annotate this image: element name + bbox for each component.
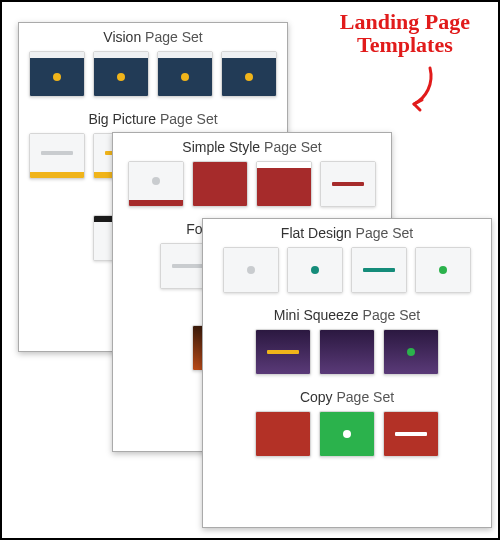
template-thumb[interactable] bbox=[383, 329, 439, 375]
template-thumb[interactable] bbox=[319, 329, 375, 375]
set-title-copy: Copy Page Set bbox=[203, 383, 491, 409]
set-title-vision: Vision Page Set bbox=[19, 23, 287, 49]
template-thumb[interactable] bbox=[223, 247, 279, 293]
set-title-bigpicture: Big Picture Page Set bbox=[19, 105, 287, 131]
template-thumb[interactable] bbox=[29, 51, 85, 97]
thumb-row bbox=[19, 49, 287, 105]
template-thumb[interactable] bbox=[192, 161, 248, 207]
template-thumb[interactable] bbox=[255, 411, 311, 457]
headline-line2: Templates bbox=[340, 33, 470, 56]
template-thumb[interactable] bbox=[383, 411, 439, 457]
template-thumb[interactable] bbox=[93, 51, 149, 97]
template-thumb[interactable] bbox=[128, 161, 184, 207]
template-thumb[interactable] bbox=[415, 247, 471, 293]
set-title-simple: Simple Style Page Set bbox=[113, 133, 391, 159]
template-thumb[interactable] bbox=[319, 411, 375, 457]
template-panel-front: Flat Design Page Set Mini Squeeze Page S… bbox=[202, 218, 492, 528]
thumb-row bbox=[203, 245, 491, 301]
template-thumb[interactable] bbox=[255, 329, 311, 375]
template-thumb[interactable] bbox=[287, 247, 343, 293]
template-thumb[interactable] bbox=[256, 161, 312, 207]
arrow-icon bbox=[400, 64, 440, 114]
set-title-mini: Mini Squeeze Page Set bbox=[203, 301, 491, 327]
thumb-row bbox=[113, 159, 391, 215]
template-thumb[interactable] bbox=[29, 133, 85, 179]
template-thumb[interactable] bbox=[351, 247, 407, 293]
template-thumb[interactable] bbox=[320, 161, 376, 207]
headline-line1: Landing Page bbox=[340, 10, 470, 33]
set-title-flat: Flat Design Page Set bbox=[203, 219, 491, 245]
template-thumb[interactable] bbox=[221, 51, 277, 97]
template-thumb[interactable] bbox=[157, 51, 213, 97]
thumb-row bbox=[203, 409, 491, 465]
thumb-row bbox=[203, 327, 491, 383]
headline: Landing Page Templates bbox=[340, 10, 470, 56]
